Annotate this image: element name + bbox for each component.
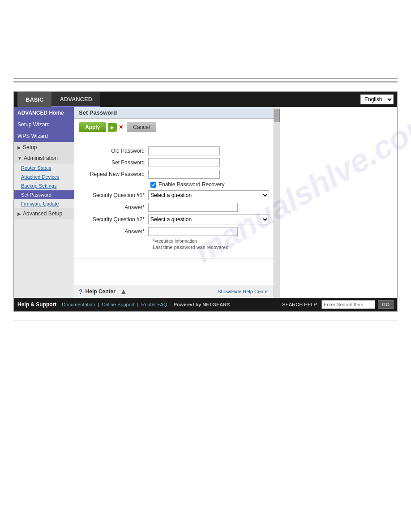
top-nav-bar: BASIC ADVANCED English Spanish French bbox=[14, 92, 397, 107]
scrollbar-thumb[interactable] bbox=[274, 109, 280, 122]
old-password-label: Old Password bbox=[79, 148, 148, 154]
online-support-link[interactable]: Online Support bbox=[102, 302, 134, 307]
sidebar-item-backup-settings[interactable]: Backup Settings bbox=[14, 181, 74, 190]
answer2-label: Answer* bbox=[79, 228, 148, 235]
footer-bar: Help & Support Documentation | Online Su… bbox=[14, 298, 397, 311]
bottom-rule bbox=[13, 321, 398, 321]
top-rule-2 bbox=[13, 82, 398, 82]
sidebar-item-router-status[interactable]: Router Status bbox=[14, 163, 74, 172]
language-select[interactable]: English Spanish French bbox=[360, 94, 394, 104]
sidebar-item-wps-wizard[interactable]: WPS Wizard bbox=[14, 130, 74, 142]
security-q2-row: Security Question #2* Select a question bbox=[79, 215, 269, 224]
search-input[interactable] bbox=[321, 300, 375, 309]
answer2-row: Answer* bbox=[79, 227, 269, 236]
enable-recovery-row: Enable Password Recovery bbox=[79, 181, 269, 188]
top-rule-1 bbox=[13, 78, 398, 79]
old-password-row: Old Password bbox=[79, 146, 269, 155]
set-password-input[interactable] bbox=[148, 158, 220, 167]
sidebar-item-advanced-home[interactable]: ADVANCED Home bbox=[14, 107, 74, 119]
help-center-label: Help Center bbox=[86, 288, 116, 295]
attached-devices-link[interactable]: Attached Devices bbox=[21, 174, 60, 180]
repeat-password-input[interactable] bbox=[148, 170, 220, 179]
enable-recovery-label: Enable Password Recovery bbox=[158, 181, 224, 188]
form-divider-top bbox=[74, 139, 274, 139]
old-password-input[interactable] bbox=[148, 146, 220, 155]
help-center-toggle-icon[interactable]: ▲ bbox=[120, 287, 127, 296]
go-button[interactable]: GO bbox=[378, 300, 394, 309]
action-bar: Apply ▶ ✕ Cancel bbox=[74, 119, 274, 136]
required-info: *=required information bbox=[79, 239, 269, 244]
advanced-setup-arrow-icon: ▶ bbox=[17, 211, 21, 216]
content-with-scroll: Set Password Apply ▶ ✕ Cancel O bbox=[74, 107, 280, 298]
help-center-bar[interactable]: ? Help Center ▲ Show/Hide Help Center bbox=[74, 285, 274, 298]
admin-arrow-icon: ▼ bbox=[17, 156, 22, 161]
sidebar: ADVANCED Home Setup Wizard WPS Wizard ▶ … bbox=[14, 107, 74, 298]
enable-recovery-checkbox[interactable] bbox=[150, 182, 156, 188]
repeat-password-label: Repeat New Password bbox=[79, 171, 148, 177]
apply-button[interactable]: Apply bbox=[79, 122, 106, 132]
sidebar-item-firmware-update[interactable]: Firmware Update bbox=[14, 199, 74, 208]
sidebar-section-setup[interactable]: ▶ Setup bbox=[14, 142, 74, 153]
sidebar-item-attached-devices[interactable]: Attached Devices bbox=[14, 172, 74, 181]
answer2-input[interactable] bbox=[148, 227, 238, 236]
footer-sep-2: | bbox=[137, 302, 139, 307]
security-q1-label: Security Question #1* bbox=[79, 192, 148, 198]
router-ui-container: BASIC ADVANCED English Spanish French AD… bbox=[13, 91, 398, 312]
cancel-button[interactable]: Cancel bbox=[127, 122, 156, 132]
footer-sep-1: | bbox=[98, 302, 99, 307]
setup-section-label: Setup bbox=[23, 144, 37, 150]
backup-settings-link[interactable]: Backup Settings bbox=[21, 183, 57, 189]
security-q1-row: Security Question #1* Select a question bbox=[79, 190, 269, 200]
search-help-label: SEARCH HELP bbox=[282, 302, 317, 307]
setup-arrow-icon: ▶ bbox=[17, 145, 21, 150]
form-divider-bottom bbox=[74, 258, 274, 258]
answer1-input[interactable] bbox=[148, 203, 238, 212]
page-title: Set Password bbox=[79, 109, 117, 116]
form-section: Old Password Set Password Repeat New Pas… bbox=[74, 142, 274, 255]
help-divider bbox=[74, 282, 274, 282]
advanced-setup-label: Advanced Setup bbox=[23, 210, 62, 217]
sidebar-section-administration[interactable]: ▼ Administration bbox=[14, 153, 74, 163]
router-faq-link[interactable]: Router FAQ bbox=[141, 302, 167, 307]
router-body: ADVANCED Home Setup Wizard WPS Wizard ▶ … bbox=[14, 107, 397, 298]
content-spacer bbox=[74, 261, 274, 279]
help-support-label: Help & Support bbox=[17, 301, 56, 308]
security-q2-select[interactable]: Select a question bbox=[148, 215, 269, 224]
tab-advanced[interactable]: ADVANCED bbox=[51, 92, 100, 107]
answer1-row: Answer* bbox=[79, 203, 269, 212]
scrollbar[interactable] bbox=[274, 107, 280, 298]
powered-by-label: Powered by NETGEAR® bbox=[174, 302, 231, 307]
security-q2-label: Security Question #2* bbox=[79, 216, 148, 223]
admin-section-label: Administration bbox=[24, 155, 58, 161]
set-password-label: Set Password bbox=[21, 192, 51, 197]
answer1-label: Answer* bbox=[79, 204, 148, 210]
tab-basic[interactable]: BASIC bbox=[17, 92, 51, 107]
last-recovered: Last time password was recovered bbox=[79, 245, 269, 250]
set-password-row: Set Password bbox=[79, 158, 269, 167]
repeat-password-row: Repeat New Password bbox=[79, 170, 269, 179]
apply-arrow-icon[interactable]: ▶ bbox=[108, 123, 117, 132]
question-icon: ? bbox=[79, 288, 83, 295]
documentation-link[interactable]: Documentation bbox=[62, 302, 95, 307]
sidebar-item-set-password[interactable]: Set Password bbox=[14, 190, 74, 199]
router-status-link[interactable]: Router Status bbox=[21, 165, 51, 171]
brand-label: NETGEAR® bbox=[202, 302, 230, 307]
sidebar-item-setup-wizard[interactable]: Setup Wizard bbox=[14, 119, 74, 130]
cancel-x-icon: ✕ bbox=[119, 124, 123, 130]
security-q1-select[interactable]: Select a question bbox=[148, 190, 269, 200]
firmware-update-link[interactable]: Firmware Update bbox=[21, 201, 59, 206]
set-password-field-label: Set Password bbox=[79, 159, 148, 166]
content-area: Set Password Apply ▶ ✕ Cancel O bbox=[74, 107, 274, 298]
show-hide-help-link[interactable]: Show/Hide Help Center bbox=[218, 289, 269, 294]
sidebar-section-advanced-setup[interactable]: ▶ Advanced Setup bbox=[14, 208, 74, 219]
content-title-bar: Set Password bbox=[74, 107, 274, 119]
